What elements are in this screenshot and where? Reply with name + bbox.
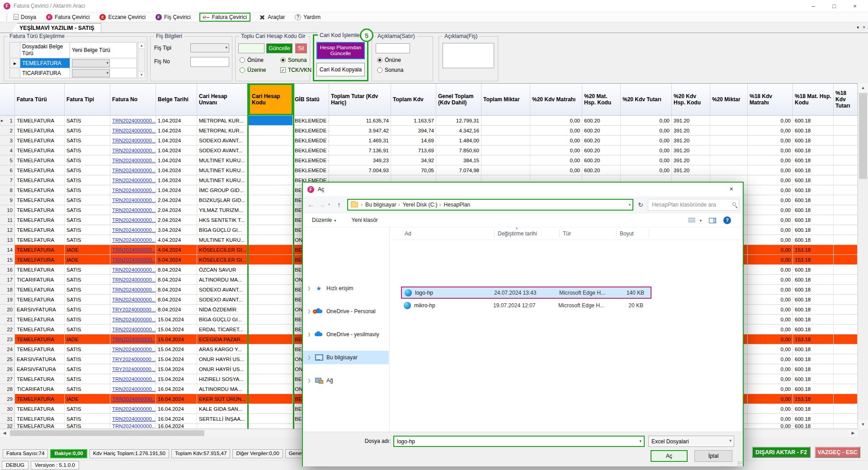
table-cell[interactable] <box>249 394 293 404</box>
table-cell[interactable]: BEKLEMEDE - SA... <box>293 116 329 126</box>
table-cell[interactable]: 600.18 <box>793 136 834 146</box>
table-cell[interactable]: 25 <box>0 354 15 364</box>
table-cell[interactable]: 0,00 <box>748 275 793 285</box>
table-cell[interactable]: 153.18 <box>793 255 834 265</box>
tab-yesilmavi-satis[interactable]: YEŞİLMAVİ YAZILIM - SATIŞ <box>11 23 101 33</box>
table-cell[interactable] <box>834 116 858 126</box>
sidebar-item[interactable]: ❯ × OneDrive - Personal <box>303 305 389 318</box>
grid-column-header[interactable]: Genel Toplam (Kdv Dahil) <box>436 84 481 115</box>
table-cell[interactable]: SATIS <box>65 295 110 305</box>
table-cell[interactable]: SODEXO AVANT... <box>197 285 249 295</box>
table-cell[interactable]: TRN2024000000... <box>110 175 156 185</box>
chevron-right-icon[interactable]: ❯ <box>307 378 311 383</box>
table-cell[interactable]: 0,00 <box>530 146 582 155</box>
table-cell[interactable]: 391.20 <box>672 136 710 146</box>
table-cell[interactable] <box>834 205 858 215</box>
table-cell[interactable]: 600.18 <box>793 126 834 136</box>
table-cell[interactable] <box>834 255 858 265</box>
table-cell[interactable]: SATIS <box>65 424 110 429</box>
table-cell[interactable] <box>834 324 858 334</box>
table-cell[interactable]: TRN2024000000... <box>110 374 156 384</box>
table-cell[interactable] <box>249 126 293 136</box>
invoice-number-link[interactable]: TRY2024000000... <box>112 307 156 312</box>
table-cell[interactable]: 27 <box>0 374 15 384</box>
table-cell[interactable]: TICARIFATURA <box>15 275 65 285</box>
table-cell[interactable]: 8.04.2024 <box>156 265 197 275</box>
table-cell[interactable]: 0,00 <box>748 205 793 215</box>
table-cell[interactable]: TRN2024000000... <box>110 424 156 429</box>
table-cell[interactable] <box>481 136 530 146</box>
table-cell[interactable]: TRN2024000000... <box>110 146 156 155</box>
table-cell[interactable]: TEMELFATURA <box>15 235 65 245</box>
table-cell[interactable]: BOZKUŞLAR GID... <box>197 195 249 205</box>
fis-no-input[interactable] <box>190 57 229 67</box>
table-cell[interactable]: IADE <box>65 334 110 344</box>
table-cell[interactable]: 600.18 <box>793 155 834 165</box>
minigrid-row[interactable]: ▸ TEMELFATURA ▾ <box>9 58 137 68</box>
table-cell[interactable]: TRN2024000000... <box>110 265 156 275</box>
table-cell[interactable]: TICARIFATURA <box>15 384 65 394</box>
table-cell[interactable]: 31 <box>0 414 15 424</box>
table-cell[interactable]: TEMELFATURA <box>15 344 65 354</box>
table-cell[interactable]: 0,00 <box>748 175 793 185</box>
table-cell[interactable]: TRN2024000000... <box>110 275 156 285</box>
table-cell[interactable]: TEMELFATURA <box>15 215 65 225</box>
table-cell[interactable]: SATIS <box>65 195 110 205</box>
grid-column-header[interactable]: %20 Kdv Tutarı <box>621 84 672 115</box>
table-cell[interactable]: 8.04.2024 <box>156 305 197 315</box>
table-cell[interactable]: ONUR HAYRİ US... <box>197 364 249 374</box>
table-cell[interactable]: SATIS <box>65 344 110 354</box>
table-cell[interactable]: HIZIRELI SOSYA... <box>197 374 249 384</box>
table-cell[interactable]: 153.18 <box>793 394 834 404</box>
minigrid-cell[interactable]: ▾ <box>70 68 137 78</box>
table-cell[interactable] <box>249 404 293 414</box>
table-cell[interactable] <box>834 384 858 394</box>
table-cell[interactable]: 600.18 <box>793 146 834 155</box>
grid-column-header[interactable]: %18 Mat. Hsp. Kodu <box>793 84 834 115</box>
table-cell[interactable]: ERDAL TİCARET... <box>197 324 249 334</box>
table-cell[interactable] <box>834 374 858 384</box>
chevron-right-icon[interactable]: ❯ <box>307 332 311 337</box>
table-cell[interactable]: TEMELFATURA <box>15 374 65 384</box>
invoice-number-link[interactable]: TRN2024000000... <box>112 386 156 392</box>
table-cell[interactable]: TRN2024000000... <box>110 295 156 305</box>
table-cell[interactable]: 11 <box>0 215 15 225</box>
table-cell[interactable]: TEMELFATURA <box>15 265 65 275</box>
scroll-left-icon[interactable]: ◀ <box>0 429 9 437</box>
table-cell[interactable]: MULTINET KURU... <box>197 175 249 185</box>
sil-button[interactable]: Sil <box>295 43 307 53</box>
table-cell[interactable]: 0,00 <box>748 334 793 344</box>
table-cell[interactable]: 13 <box>0 235 15 245</box>
table-cell[interactable]: TRN2024000000... <box>110 165 156 175</box>
maximize-button[interactable]: □ <box>829 3 839 9</box>
table-cell[interactable]: METROPAL KUR... <box>197 116 249 126</box>
iptal-button[interactable]: İptal <box>694 450 732 462</box>
grid-column-header[interactable]: GİB Statü <box>293 84 329 115</box>
invoice-number-link[interactable]: TRN2024000000... <box>112 267 156 273</box>
table-cell[interactable] <box>834 404 858 414</box>
table-cell[interactable]: TEMELFATURA <box>15 136 65 146</box>
table-cell[interactable] <box>834 225 858 235</box>
table-cell[interactable]: 2 <box>0 126 15 136</box>
sidebar-item[interactable]: ❯ Ağ <box>303 374 389 387</box>
table-cell[interactable]: 391.20 <box>672 146 710 155</box>
table-cell[interactable]: 0,00 <box>748 285 793 295</box>
table-cell[interactable]: 17 <box>0 275 15 285</box>
table-cell[interactable]: 0,00 <box>748 245 793 255</box>
table-cell[interactable]: İMC GROUP GID... <box>197 185 249 195</box>
table-row[interactable]: 4TEMELFATURASATISTRN2024000000...1.04.20… <box>0 146 858 155</box>
radio-satir-sonuna[interactable]: Sonuna <box>376 66 405 74</box>
table-cell[interactable]: METROPAL KUR... <box>197 126 249 136</box>
invoice-number-link[interactable]: TRN2024000000... <box>112 148 156 153</box>
table-cell[interactable]: SATIS <box>65 225 110 235</box>
table-cell[interactable]: 600.18 <box>793 295 834 305</box>
file-row[interactable]: logo-hp 24.07.2024 13:43 Microsoft Edge … <box>401 287 651 299</box>
table-cell[interactable] <box>249 414 293 424</box>
table-cell[interactable]: EARSIVFATURA <box>15 354 65 364</box>
table-cell[interactable] <box>834 344 858 354</box>
table-cell[interactable]: 16 <box>0 265 15 275</box>
table-cell[interactable]: 34,92 <box>391 155 436 165</box>
table-cell[interactable] <box>481 146 530 155</box>
table-cell[interactable] <box>249 155 293 165</box>
scroll-down-icon[interactable]: ▾ <box>138 71 145 78</box>
